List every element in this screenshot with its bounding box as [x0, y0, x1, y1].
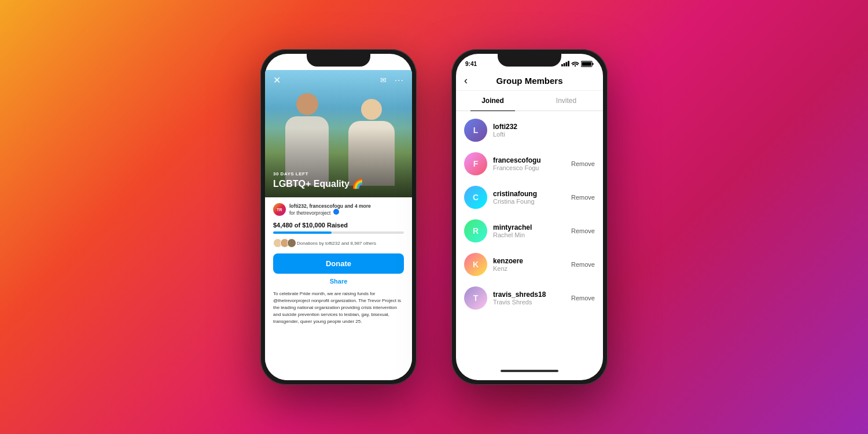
organizer-row: TR lofti232, francescofogu and 4 more fo…: [273, 203, 404, 216]
members-list: L lofti232 Lofti F francescofogu Frances…: [456, 111, 603, 365]
member-username-6: travis_shreds18: [493, 290, 565, 299]
description-text: To celebrate Pride month, we are raising…: [273, 290, 404, 325]
svg-rect-12: [593, 62, 594, 65]
organizer-avatar: TR: [273, 203, 286, 216]
donate-button[interactable]: Donate: [273, 253, 404, 274]
notch: [307, 54, 370, 67]
remove-button-5[interactable]: Remove: [571, 261, 595, 268]
svg-rect-13: [582, 62, 591, 65]
member-displayname-5: Kenz: [493, 265, 565, 272]
member-avatar-4: R: [464, 219, 487, 242]
donors-text: Donations by lofti232 and 8,987 others: [297, 241, 376, 246]
progress-section: $4,480 of $10,000 Raised: [273, 222, 404, 234]
svg-rect-3: [377, 61, 378, 66]
member-info-6: travis_shreds18 Travis Shreds: [493, 290, 565, 306]
svg-rect-6: [391, 62, 400, 65]
battery-icon: [390, 61, 403, 67]
svg-rect-7: [561, 64, 563, 67]
close-icon[interactable]: ✕: [273, 75, 281, 86]
member-avatar-6: T: [464, 286, 487, 310]
member-avatar-1: L: [464, 119, 487, 142]
svg-rect-0: [370, 64, 372, 67]
svg-rect-5: [402, 62, 403, 65]
tab-joined[interactable]: Joined: [456, 91, 529, 111]
svg-rect-8: [564, 63, 565, 67]
remove-button-4[interactable]: Remove: [571, 227, 595, 234]
progress-bar-fill: [273, 231, 332, 234]
svg-rect-1: [373, 63, 374, 67]
list-item: F francescofogu Francesco Fogu Remove: [456, 147, 603, 181]
remove-button-3[interactable]: Remove: [571, 194, 595, 201]
organizer-names: lofti232, francescofogu and 4 more: [289, 203, 371, 209]
battery-icon-2: [581, 61, 594, 67]
list-item: K kenzoere Kenz Remove: [456, 248, 603, 281]
fundraiser-body: TR lofti232, francescofogu and 4 more fo…: [265, 197, 412, 380]
list-item: C cristinafoung Cristina Foung Remove: [456, 181, 603, 214]
donors-row: Donations by lofti232 and 8,987 others: [273, 238, 404, 248]
fundraiser-title: LGBTQ+ Equality 🌈: [273, 178, 404, 189]
member-username-2: francescofogu: [493, 156, 565, 164]
signal-icon-2: [561, 61, 569, 67]
organizer-info: lofti232, francescofogu and 4 more for t…: [289, 203, 371, 216]
days-left-label: 30 DAYS LEFT: [273, 171, 404, 176]
time-phone1: 9:41: [274, 61, 286, 67]
member-username-1: lofti232: [493, 123, 595, 131]
member-displayname-1: Lofti: [493, 131, 595, 138]
for-label: for thetrevorproject: [289, 210, 330, 216]
home-indicator-phone2: [501, 370, 558, 372]
fundraiser-content: ✕ ✉ ···: [265, 70, 412, 380]
member-username-5: kenzoere: [493, 257, 565, 265]
group-members-content: ‹ Group Members Joined Invited L: [456, 70, 603, 380]
member-avatar-5: K: [464, 253, 487, 276]
phone-fundraiser: 9:41 ✕: [260, 49, 417, 385]
list-item: L lofti232 Lofti: [456, 113, 603, 147]
member-avatar-3: C: [464, 186, 487, 209]
member-info-1: lofti232 Lofti: [493, 123, 595, 138]
notch-2: [498, 54, 561, 67]
svg-rect-2: [374, 62, 376, 66]
story-controls: ✕ ✉ ···: [265, 75, 412, 86]
donor-avatars: [273, 238, 294, 248]
svg-rect-10: [568, 61, 569, 66]
group-members-header: ‹ Group Members: [456, 70, 603, 91]
group-members-title: Group Members: [496, 76, 562, 86]
tab-invited[interactable]: Invited: [529, 91, 603, 111]
remove-button-6[interactable]: Remove: [571, 295, 595, 301]
raised-amount: $4,480 of $10,000 Raised: [273, 222, 404, 229]
member-info-2: francescofogu Francesco Fogu: [493, 156, 565, 171]
member-displayname-6: Travis Shreds: [493, 299, 565, 306]
status-icons-phone2: [561, 61, 594, 67]
wifi-icon-2: [571, 61, 579, 67]
time-phone2: 9:41: [465, 61, 477, 67]
story-image: ✕ ✉ ···: [265, 70, 412, 197]
member-displayname-3: Cristina Foung: [493, 198, 565, 205]
member-info-5: kenzoere Kenz: [493, 257, 565, 272]
member-username-3: cristinafoung: [493, 190, 565, 198]
member-info-3: cristinafoung Cristina Foung: [493, 190, 565, 205]
back-button[interactable]: ‹: [464, 75, 468, 87]
list-item: R mintyrachel Rachel Min Remove: [456, 214, 603, 248]
member-username-4: mintyrachel: [493, 223, 565, 231]
member-displayname-2: Francesco Fogu: [493, 164, 565, 171]
share-link[interactable]: Share: [273, 278, 404, 285]
progress-bar-background: [273, 231, 404, 234]
share-story-icon[interactable]: ✉: [380, 76, 387, 84]
list-item: T travis_shreds18 Travis Shreds Remove: [456, 281, 603, 315]
verified-icon: [333, 209, 339, 215]
member-info-4: mintyrachel Rachel Min: [493, 223, 565, 238]
more-options-icon[interactable]: ···: [395, 75, 404, 86]
svg-rect-9: [565, 62, 567, 66]
phone-group-members: 9:41 ‹ Gro: [451, 49, 608, 385]
wifi-icon: [380, 61, 388, 67]
donor-avatar-3: [287, 238, 296, 248]
status-icons-phone1: [370, 61, 403, 67]
story-text: 30 DAYS LEFT LGBTQ+ Equality 🌈: [273, 171, 404, 189]
remove-button-2[interactable]: Remove: [571, 160, 595, 167]
member-avatar-2: F: [464, 152, 487, 175]
tabs-row: Joined Invited: [456, 91, 603, 111]
member-displayname-4: Rachel Min: [493, 231, 565, 238]
signal-icon: [370, 61, 378, 67]
